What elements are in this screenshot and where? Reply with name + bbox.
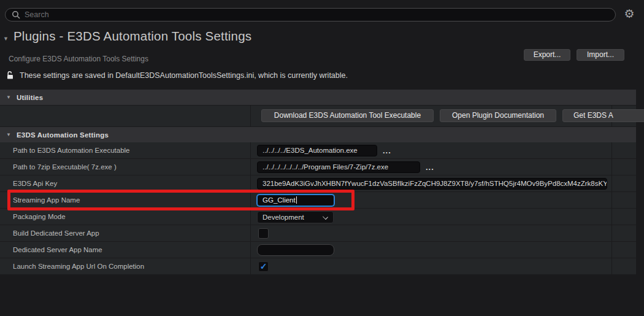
- browse-ellipsis-button[interactable]: ...: [383, 143, 391, 159]
- section-header-utilities[interactable]: ▼ Utilities: [0, 90, 636, 105]
- row-label: Launch Streaming App Url On Completion: [13, 258, 144, 274]
- import-button[interactable]: Import...: [577, 49, 624, 61]
- config-file-info-text: These settings are saved in DefaultE3DSA…: [20, 71, 348, 80]
- row-packaging-mode: Packaging Mode Development: [0, 209, 636, 225]
- browse-ellipsis-button[interactable]: ...: [426, 160, 434, 175]
- row-e3ds-api-key: E3DS Api Key 321be9AdK3iGvJhXHBN7fYwucF1…: [0, 175, 636, 192]
- title-expander-icon[interactable]: ▼: [3, 36, 9, 42]
- search-icon: [12, 10, 20, 19]
- launch-streaming-url-checkbox[interactable]: ✓: [258, 261, 269, 272]
- row-streaming-app-name: Streaming App Name GG_Client: [0, 192, 636, 209]
- api-key-input[interactable]: 321be9AdK3iGvJhXHBN7fYwucF1dzVaSBfIkziFz…: [257, 178, 607, 190]
- text-cursor: [296, 196, 297, 204]
- gear-icon[interactable]: ⚙: [622, 7, 637, 21]
- dedicated-server-app-name-input[interactable]: [257, 244, 334, 256]
- section-title-e3ds-automation-settings: E3DS Automation Settings: [17, 131, 109, 139]
- page-title: Plugins - E3DS Automation Tools Settings: [13, 29, 251, 44]
- row-dedicated-server-app-name: Dedicated Server App Name: [0, 242, 636, 258]
- settings-rows: Path to E3DS Automation Executable ../..…: [0, 142, 636, 275]
- column-divider[interactable]: [611, 258, 612, 274]
- row-path-to-7zip-executable: Path to 7zip Executable( 7z.exe ) ../../…: [0, 159, 636, 175]
- row-path-to-e3ds-automation-executable: Path to E3DS Automation Executable ../..…: [0, 142, 636, 159]
- build-dedicated-server-checkbox[interactable]: ✓: [258, 228, 269, 239]
- row-label: Packaging Mode: [13, 209, 66, 225]
- row-label: E3DS Api Key: [13, 175, 57, 191]
- get-e3ds-api-button[interactable]: Get E3DS A: [562, 109, 644, 122]
- column-divider[interactable]: [250, 258, 251, 274]
- checkmark-icon: ✓: [259, 262, 268, 271]
- packaging-mode-value: Development: [263, 214, 304, 221]
- section-collapse-icon[interactable]: ▼: [6, 94, 11, 100]
- export-button[interactable]: Export...: [524, 49, 570, 61]
- column-divider[interactable]: [250, 142, 251, 158]
- column-divider[interactable]: [250, 225, 251, 241]
- download-automation-tool-button[interactable]: Download E3DS Automation Tool Executable: [261, 109, 434, 122]
- page-subtitle: Configure E3DS Automation Tools Settings: [9, 55, 148, 63]
- column-divider[interactable]: [611, 225, 612, 241]
- 7zip-executable-path-input[interactable]: ../../../../../../../Program Files/7-Zip…: [257, 161, 420, 173]
- row-launch-streaming-app-url-on-completion: Launch Streaming App Url On Completion ✓: [0, 258, 636, 275]
- column-divider[interactable]: [611, 192, 612, 208]
- config-file-info: These settings are saved in DefaultE3DSA…: [6, 71, 348, 80]
- streaming-app-name-input[interactable]: GG_Client: [257, 195, 334, 206]
- packaging-mode-dropdown[interactable]: Development: [257, 211, 334, 223]
- streaming-app-name-value: GG_Client: [263, 196, 296, 204]
- section-header-e3ds-automation-settings[interactable]: ▼ E3DS Automation Settings: [0, 127, 636, 142]
- column-divider[interactable]: [250, 242, 251, 258]
- column-divider[interactable]: [250, 192, 251, 208]
- row-label: Dedicated Server App Name: [13, 242, 102, 258]
- row-label: Streaming App Name: [13, 192, 80, 208]
- column-divider[interactable]: [250, 209, 251, 225]
- column-divider[interactable]: [611, 209, 612, 225]
- column-divider[interactable]: [611, 175, 612, 191]
- row-build-dedicated-server-app: Build Dedicated Server App ✓: [0, 225, 636, 242]
- column-divider[interactable]: [611, 142, 612, 158]
- search-input[interactable]: [25, 10, 609, 19]
- column-divider[interactable]: [250, 175, 251, 191]
- search-bar[interactable]: [5, 8, 616, 21]
- row-label: Path to E3DS Automation Executable: [13, 142, 130, 158]
- column-divider[interactable]: [611, 159, 612, 175]
- row-label: Build Dedicated Server App: [13, 225, 99, 241]
- section-title-utilities: Utilities: [17, 94, 43, 101]
- unlock-icon: [6, 71, 14, 80]
- utilities-body: Download E3DS Automation Tool Executable…: [0, 106, 636, 126]
- automation-executable-path-input[interactable]: ../../../../E3DS_Automation.exe: [257, 145, 377, 156]
- open-plugin-documentation-button[interactable]: Open Plugin Documentation: [440, 109, 556, 122]
- settings-window: ⚙ ▼ Plugins - E3DS Automation Tools Sett…: [0, 0, 644, 316]
- row-label: Path to 7zip Executable( 7z.exe ): [13, 159, 117, 175]
- chevron-down-icon: [323, 214, 328, 220]
- column-divider[interactable]: [250, 106, 251, 126]
- column-divider[interactable]: [611, 242, 612, 258]
- section-collapse-icon[interactable]: ▼: [6, 132, 11, 137]
- column-divider[interactable]: [250, 159, 251, 175]
